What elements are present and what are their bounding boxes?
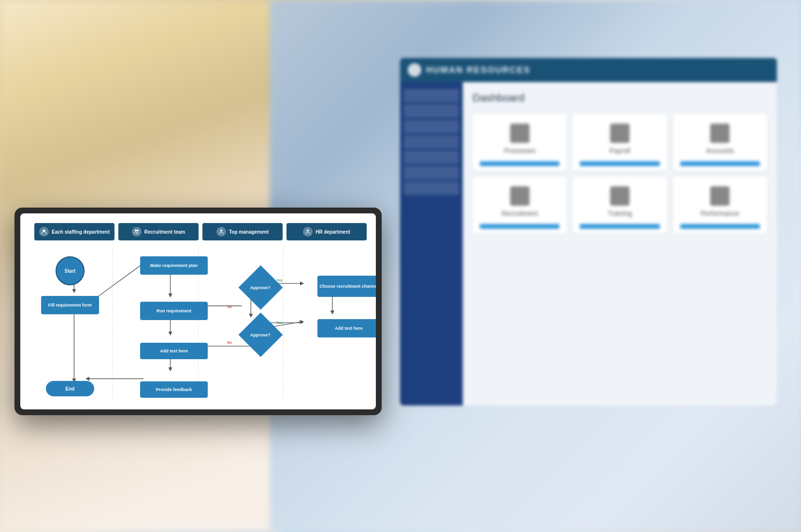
recruitment-bar bbox=[480, 224, 559, 229]
staffing-icon bbox=[39, 227, 49, 237]
training-icon bbox=[610, 186, 629, 206]
node-approve2: Approve? bbox=[239, 313, 283, 357]
svg-point-4 bbox=[307, 230, 309, 232]
monitor-title: HUMAN RESOURCES bbox=[426, 65, 530, 75]
training-bar bbox=[580, 224, 659, 229]
payroll-label: Payroll bbox=[610, 147, 630, 154]
dash-card-accounts: Accounts bbox=[673, 114, 767, 171]
col-header-staffing: Each staffing department bbox=[34, 223, 114, 240]
node-feedback: Provide feedback bbox=[140, 381, 208, 398]
dashboard-grid: Processes Payroll Accounts Recruitment bbox=[472, 114, 767, 234]
staffing-header-label: Each staffing department bbox=[52, 229, 110, 235]
node-start: Start bbox=[56, 256, 85, 285]
monitor-content: Dashboard Processes Payroll Accounts bbox=[400, 82, 777, 406]
monitor-header: HUMAN RESOURCES bbox=[400, 58, 777, 82]
processes-bar bbox=[480, 161, 559, 166]
payroll-bar bbox=[580, 161, 659, 166]
node-choose-channel-label: Choose recruitment channel bbox=[319, 284, 376, 289]
monitor-screen: HUMAN RESOURCES Dashboard Processes P bbox=[400, 58, 777, 406]
accounts-icon bbox=[710, 124, 729, 143]
tablet-container: Each staffing department Recruitment tea… bbox=[14, 208, 382, 415]
col-header-management: Top management bbox=[202, 223, 283, 240]
svg-point-3 bbox=[220, 230, 222, 232]
node-make-plan: Make requirement plan bbox=[140, 256, 208, 275]
node-add-text1: Add text here bbox=[140, 343, 208, 359]
col-header-recruitment: Recruitment team bbox=[118, 223, 199, 240]
recruitment-label: Recruitment bbox=[501, 210, 538, 217]
node-approve1: Approve? bbox=[239, 266, 283, 310]
processes-label: Processes bbox=[504, 147, 535, 154]
node-run-req: Run requirement bbox=[140, 302, 208, 320]
payroll-icon bbox=[610, 124, 629, 143]
hr-dept-icon bbox=[303, 227, 313, 237]
col-header-hr: HR department bbox=[286, 223, 367, 240]
hr-icon bbox=[408, 63, 421, 77]
flowchart-body: Yes No Yes No bbox=[28, 248, 369, 400]
node-make-plan-label: Make requirement plan bbox=[150, 263, 198, 268]
recruitment-header-label: Recruitment team bbox=[144, 229, 185, 235]
node-choose-channel: Choose recruitment channel bbox=[317, 276, 376, 297]
svg-point-1 bbox=[135, 230, 137, 232]
dash-card-payroll: Payroll bbox=[572, 114, 667, 171]
management-icon bbox=[216, 227, 226, 237]
management-header-label: Top management bbox=[229, 229, 269, 235]
hr-header-label: HR department bbox=[315, 229, 350, 235]
flowchart-area: Each staffing department Recruitment tea… bbox=[20, 213, 376, 409]
tablet-screen: Each staffing department Recruitment tea… bbox=[20, 213, 376, 409]
node-start-label: Start bbox=[65, 268, 76, 274]
performance-icon bbox=[710, 186, 729, 206]
svg-line-11 bbox=[92, 263, 143, 301]
dash-card-processes: Processes bbox=[472, 114, 567, 171]
node-feedback-label: Provide feedback bbox=[156, 387, 192, 392]
processes-icon bbox=[510, 124, 529, 143]
node-add-text2: Add text here bbox=[317, 319, 376, 337]
recruitment-icon bbox=[510, 186, 529, 206]
monitor-main: Dashboard Processes Payroll Accounts bbox=[463, 82, 777, 406]
dashboard-title: Dashboard bbox=[472, 92, 767, 104]
node-end: End bbox=[46, 381, 94, 396]
node-add-text2-label: Add text here bbox=[335, 326, 363, 331]
node-add-text1-label: Add text here bbox=[160, 349, 188, 353]
node-approve1-label: Approve? bbox=[250, 285, 271, 290]
accounts-label: Accounts bbox=[706, 147, 734, 154]
svg-text:No: No bbox=[227, 340, 232, 345]
training-label: Training bbox=[608, 210, 632, 217]
dash-card-recruitment: Recruitment bbox=[472, 177, 567, 234]
recruitment-team-icon bbox=[132, 227, 142, 237]
svg-point-2 bbox=[137, 230, 139, 232]
dash-card-performance: Performance bbox=[673, 177, 767, 234]
node-approve2-label: Approve? bbox=[250, 332, 271, 337]
node-fill-req: Fill requirement form bbox=[41, 296, 99, 314]
flowchart-headers: Each staffing department Recruitment tea… bbox=[28, 223, 369, 240]
node-end-label: End bbox=[66, 386, 75, 392]
monitor-sidebar bbox=[400, 82, 463, 406]
node-run-req-label: Run requirement bbox=[157, 308, 191, 313]
svg-text:Yes: Yes bbox=[276, 321, 283, 325]
performance-bar bbox=[680, 224, 760, 229]
dash-card-training: Training bbox=[572, 177, 667, 234]
node-fill-req-label: Fill requirement form bbox=[48, 303, 92, 308]
svg-text:No: No bbox=[227, 305, 232, 309]
accounts-bar bbox=[680, 161, 760, 166]
performance-label: Performance bbox=[701, 210, 739, 217]
